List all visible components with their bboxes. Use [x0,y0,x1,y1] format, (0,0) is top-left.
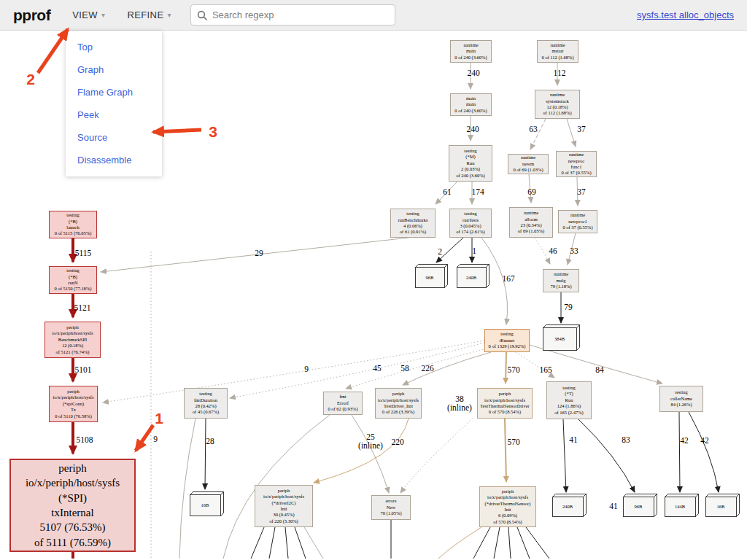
graph-node-errors-new[interactable]: errorsNew70 (1.05%) [371,495,411,520]
graph-node-testing-runbenchmarks[interactable]: testingrunBenchmarks4 (0.06%)of 61 (0.91… [390,209,436,238]
annotation-arrow-2 [38,29,68,73]
graph-edge [689,412,719,492]
node-line: fmtDuration [185,397,227,403]
node-line: mstart [538,48,578,54]
node-line: testing [449,148,492,154]
graph-node-runtime-systemstack[interactable]: runtimesystemstack12 (0.18%)of 112 (1.68… [535,90,580,119]
node-line: 0 of 69 (1.03%) [508,167,548,173]
edge-label: 9 [153,435,158,443]
node-line: Run [547,397,591,403]
edge-label: 33 [570,246,578,255]
edge-label: 5101 [75,365,92,374]
view-menu-button[interactable]: VIEW ▾ [72,9,105,20]
svg-text:240B: 240B [466,275,477,280]
node-line: testing [450,211,491,217]
node-line: 3 (0.045%) [450,223,491,229]
node-line: runN [50,280,96,286]
edge-label: 240 [466,125,479,133]
graph-node-testing-b-runn[interactable]: testing(*B)runN0 of 5150 (77.18%) [49,266,97,294]
node-line: testing [50,268,96,273]
node-line: launch [50,225,96,230]
memory-node-mem-240b-a[interactable]: 240B [457,264,489,288]
node-line: periph [45,324,100,330]
svg-text:384B: 384B [554,336,565,341]
node-line: func1 [557,164,596,170]
graph-node-runtime-main[interactable]: runtimemain0 of 240 (3.60%) [450,40,492,63]
memory-node-mem-96b-b[interactable]: 96B [623,494,657,517]
node-line: newm [508,161,548,167]
graph-node-periph-driverthermalsensor-init[interactable]: periphio/x/periph/host/sysfs(*driverTher… [479,486,536,527]
node-line: periph [376,391,421,397]
search-input[interactable] [212,9,389,20]
profile-link[interactable]: sysfs.test alloc_objects [637,9,734,20]
node-line: 0 of 5115 (76.65%) [50,230,96,236]
node-line: 12 (0.18%) [45,343,100,349]
memory-node-mem-240b-b[interactable]: 240B [552,494,587,517]
node-line: testing [50,212,96,218]
menu-item-flame-graph[interactable]: Flame Graph [66,81,162,104]
menu-item-peek[interactable]: Peek [66,104,162,126]
node-line: 0 of 240 (3.60%) [451,55,491,61]
edge-label: 46 [549,246,557,255]
graph-edge [230,343,484,398]
node-line: 30 (0.45%) [255,512,312,518]
graph-node-runtime-allocm[interactable]: runtimeallocm23 (0.34%)of 69 (1.03%) [509,207,553,238]
menu-item-source[interactable]: Source [66,126,162,149]
graph-node-runtime-mstart[interactable]: runtimemstart0 of 112 (1.68%) [537,40,578,63]
pprof-logo: pprof [13,7,50,24]
memory-node-mem-384b[interactable]: 384B [543,324,580,351]
graph-node-periph-testthermalsensordriver[interactable]: periphio/x/periph/host/sysfsTestThermalS… [477,388,533,419]
memory-node-mem-96b-a[interactable]: 96B [415,264,448,288]
edge-label: 2 [438,247,442,256]
graph-node-periph-benchmarkspi[interactable]: periphio/x/periph/host/sysfsBenchmarkSPI… [44,322,101,358]
menu-item-disassemble[interactable]: Disassemble [66,149,162,171]
graph-node-main-main[interactable]: mainmain0 of 240 (3.60%) [450,93,492,116]
node-line: periph [11,461,134,475]
node-line: 2 (0.03%) [449,166,492,172]
node-line: (*M) [449,154,492,160]
search-box[interactable] [190,4,395,26]
graph-node-runtime-malg[interactable]: runtimemalg79 (1.18%) [543,269,579,292]
graph-node-runtime-newm[interactable]: runtimenewm0 of 69 (1.03%) [508,154,549,174]
graph-node-runtime-newproc-func1[interactable]: runtimenewprocfunc10 of 37 (0.55%) [556,151,597,177]
memory-node-mem-16b-a[interactable]: 16B [190,491,224,516]
node-line: 124 (1.86%) [547,403,591,409]
node-line: callerName [660,396,703,402]
svg-text:16B: 16B [717,504,726,509]
node-line: fmt [324,394,362,400]
graph-node-testing-fmtduration[interactable]: testingfmtDuration28 (0.42%)of 45 (0.67%… [184,388,228,419]
node-line: 0 of 62 (0.93%) [324,406,362,412]
graph-node-testing-b-launch[interactable]: testing(*B)launch0 of 5115 (76.65%) [49,211,97,238]
refine-menu-label: REFINE [127,9,163,20]
graph-node-testing-callername[interactable]: testingcallerName84 (1.26%) [659,386,703,412]
refine-menu-button[interactable]: REFINE ▾ [127,9,171,20]
node-line: main [451,96,491,101]
node-line: TestThermalSensorDriver [478,403,532,409]
graph-edge [578,419,635,492]
edge-label: 167 [502,274,514,283]
memory-node-mem-144b[interactable]: 144B [665,494,699,517]
node-line: 28 (0.42%) [185,403,227,409]
graph-node-fmt-errorf[interactable]: fmtErrorf0 of 62 (0.93%) [323,392,363,415]
graph-edge [567,119,576,147]
graph-node-testing-t-run[interactable]: testing(*T)Run124 (1.86%)of 165 (2.47%) [546,381,592,419]
graph-node-testing-m-run[interactable]: testing(*M)Run2 (0.03%)of 240 (3.60%) [449,145,492,182]
annotation-number-1: 1 [155,410,163,427]
node-line: newproc [557,158,596,164]
node-line: txInternal [11,505,134,520]
graph-node-runtime-newproc1[interactable]: runtimenewproc10 of 37 (0.55%) [558,210,597,233]
memory-node-mem-16b-b[interactable]: 16B [705,494,740,517]
graph-node-periph-spiconn-tx[interactable]: periphio/x/periph/host/sysfs(*spiConn)Tx… [49,386,98,422]
edge-label: 174 [471,187,484,196]
node-line: 0 of 1329 (19.92%) [485,343,529,349]
graph-node-periph-driveri2c-init[interactable]: periphio/x/periph/host/sysfs(*driverI2C)… [255,485,313,527]
menu-item-graph[interactable]: Graph [66,58,162,81]
graph-node-periph-testdriver-init[interactable]: periphio/x/periph/host/sysfsTestDriver_I… [375,388,422,419]
node-line: testing [391,211,435,217]
graph-node-periph-spi-txinternal[interactable]: periphio/x/periph/host/sysfs(*SPI)txInte… [9,459,136,552]
graph-node-testing-trunner[interactable]: testingtRunner0 of 1329 (19.92%) [484,329,530,352]
graph-node-testing-runtests[interactable]: testingrunTests3 (0.045%)of 174 (2.61%) [449,209,492,238]
node-line: runtime [557,152,596,158]
node-line: main [451,101,491,107]
menu-item-top[interactable]: Top [66,36,162,58]
